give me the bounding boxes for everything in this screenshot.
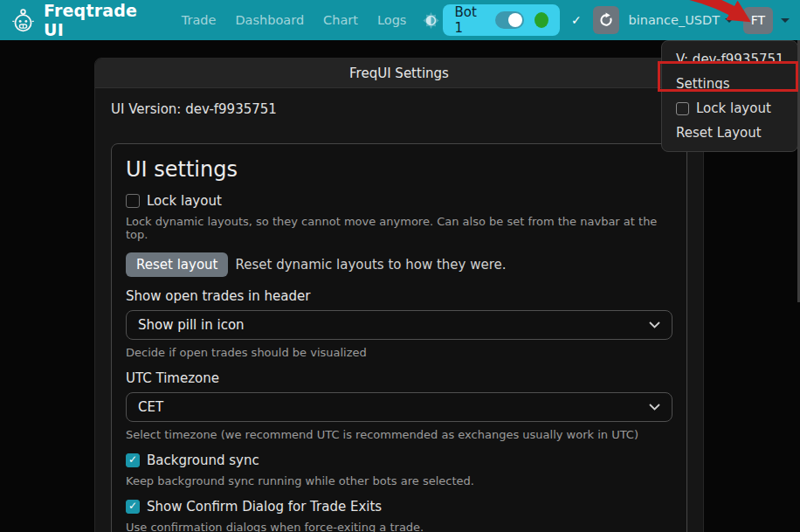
- confirm-dialog-description: Use confirmation dialogs when force-exit…: [126, 521, 672, 532]
- brand[interactable]: Freqtrade UI: [10, 1, 158, 39]
- confirm-dialog-checkbox[interactable]: [126, 500, 140, 514]
- frequi-settings-card: FreqUI Settings UI Version: dev-f9935751…: [94, 58, 704, 532]
- chevron-down-icon: [649, 321, 660, 328]
- theme-toggle-icon[interactable]: [419, 9, 443, 32]
- menu-item-settings[interactable]: Settings: [662, 72, 797, 96]
- open-trades-select[interactable]: Show pill in icon: [126, 310, 672, 340]
- check-icon: ✓: [569, 13, 583, 27]
- nav-link-chart[interactable]: Chart: [314, 8, 368, 32]
- brand-title: Freqtrade UI: [44, 1, 158, 39]
- refresh-icon: [598, 12, 614, 28]
- timezone-label: UTC Timezone: [126, 370, 672, 386]
- background-sync-label[interactable]: Background sync: [147, 453, 259, 468]
- timezone-select[interactable]: CET: [126, 392, 672, 422]
- menu-item-reset-layout[interactable]: Reset Layout: [662, 121, 797, 145]
- bot-online-dot: [534, 12, 548, 28]
- ui-settings-section: UI settings Lock layout Lock dynamic lay…: [111, 143, 687, 532]
- reset-layout-description: Reset dynamic layouts to how they were.: [235, 257, 506, 273]
- card-body: UI Version: dev-f9935751 UI settings Loc…: [95, 88, 703, 532]
- reset-layout-button[interactable]: Reset layout: [126, 252, 228, 277]
- open-trades-description: Decide if open trades should be visualiz…: [126, 346, 672, 359]
- lock-layout-label[interactable]: Lock layout: [147, 193, 222, 209]
- navbar: Freqtrade UI Trade Dashboard Chart Logs …: [0, 0, 800, 40]
- section-title: UI settings: [126, 157, 672, 182]
- nav-link-dashboard[interactable]: Dashboard: [225, 8, 314, 32]
- page-title: FreqUI Settings: [349, 66, 449, 81]
- lock-layout-description: Lock dynamic layouts, so they cannot mov…: [126, 215, 672, 241]
- lock-layout-row: Lock layout: [126, 193, 672, 209]
- robot-logo-icon: [10, 8, 36, 33]
- reset-layout-row: Reset layout Reset dynamic layouts to ho…: [126, 252, 672, 277]
- user-avatar-button[interactable]: FT: [743, 7, 773, 34]
- background-sync-description: Keep background sync running while other…: [126, 474, 672, 487]
- menu-item-lock-layout[interactable]: Lock layout: [662, 96, 797, 121]
- chevron-down-icon: [649, 404, 660, 411]
- lock-layout-checkbox[interactable]: [126, 194, 140, 208]
- chevron-down-icon: [725, 18, 734, 23]
- lock-layout-menu-label: Lock layout: [696, 100, 771, 116]
- lock-layout-menu-checkbox[interactable]: [676, 102, 689, 115]
- nav-link-trade[interactable]: Trade: [172, 8, 226, 32]
- open-trades-value: Show pill in icon: [138, 317, 245, 333]
- card-header: FreqUI Settings: [95, 59, 703, 88]
- user-initials: FT: [751, 13, 765, 27]
- background-sync-checkbox[interactable]: [126, 453, 140, 467]
- user-dropdown-menu: V: dev-f9935751 Settings Lock layout Res…: [661, 40, 798, 152]
- timezone-value: CET: [138, 399, 163, 415]
- exchange-selector[interactable]: binance_USDT: [629, 13, 734, 27]
- refresh-button[interactable]: [593, 6, 619, 34]
- ui-version-text: UI Version: dev-f9935751: [111, 101, 687, 117]
- confirm-dialog-row: Show Confirm Dialog for Trade Exits: [126, 499, 672, 515]
- exchange-name: binance_USDT: [629, 13, 720, 27]
- nav-links: Trade Dashboard Chart Logs: [172, 8, 417, 32]
- background-sync-row: Background sync: [126, 453, 672, 468]
- confirm-dialog-label[interactable]: Show Confirm Dialog for Trade Exits: [147, 499, 382, 515]
- open-trades-label: Show open trades in header: [126, 288, 672, 304]
- bot-selector-pill[interactable]: Bot 1: [443, 4, 559, 36]
- nav-link-logs[interactable]: Logs: [368, 8, 416, 32]
- user-menu-caret-icon[interactable]: [781, 18, 790, 23]
- menu-item-version: V: dev-f9935751: [662, 47, 797, 72]
- navbar-right-cluster: Bot 1 ✓ binance_USDT FT: [443, 4, 791, 36]
- timezone-description: Select timezone (we recommend UTC is rec…: [126, 428, 672, 441]
- bot-toggle-knob: [508, 13, 522, 27]
- bot-name: Bot 1: [454, 4, 485, 36]
- bot-toggle[interactable]: [495, 11, 524, 29]
